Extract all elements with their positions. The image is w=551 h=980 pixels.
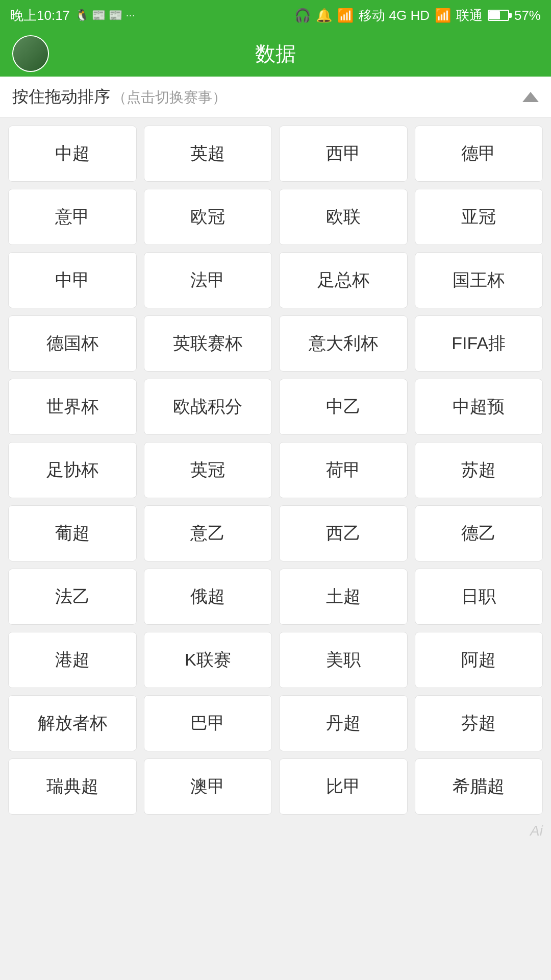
league-item-label: 解放者杯 — [38, 712, 107, 735]
chevron-up-icon[interactable] — [522, 92, 539, 102]
league-item[interactable]: 西甲 — [279, 126, 408, 182]
league-item-label: 中超预 — [453, 395, 505, 419]
league-item[interactable]: 阿超 — [415, 632, 543, 688]
league-item[interactable]: 英超 — [144, 126, 272, 182]
battery-percent: 57% — [514, 8, 541, 23]
league-item[interactable]: 巴甲 — [144, 695, 272, 751]
league-item-label: 意乙 — [190, 522, 225, 545]
watermark-text: Ai — [530, 823, 543, 839]
league-item-label: 亚冠 — [461, 205, 496, 229]
league-item[interactable]: 美职 — [279, 632, 408, 688]
league-item-label: 巴甲 — [190, 712, 225, 735]
notification-icons: 🐧 📰 📰 ··· — [75, 9, 135, 22]
league-item[interactable]: FIFA排 — [415, 315, 543, 372]
league-item[interactable]: 意乙 — [144, 505, 272, 561]
league-item[interactable]: 中甲 — [8, 252, 137, 308]
wifi-icon: 📶 — [337, 8, 354, 23]
league-item-label: 德国杯 — [46, 332, 98, 355]
league-item-label: 美职 — [326, 648, 361, 672]
league-item-label: 俄超 — [190, 585, 225, 608]
league-item-label: 英联赛杯 — [173, 332, 242, 355]
league-item[interactable]: 世界杯 — [8, 379, 137, 435]
league-item-label: 苏超 — [461, 458, 496, 482]
league-item[interactable]: 芬超 — [415, 695, 543, 751]
league-item-label: 希腊超 — [453, 775, 505, 798]
league-item[interactable]: 中超 — [8, 126, 137, 182]
status-left: 晚上10:17 🐧 📰 📰 ··· — [10, 7, 135, 24]
league-item-label: 荷甲 — [326, 458, 361, 482]
league-item-label: 瑞典超 — [46, 775, 98, 798]
league-item-label: 国王杯 — [453, 268, 505, 292]
carrier-name: 联通 — [456, 7, 483, 24]
league-item-label: 足协杯 — [46, 458, 98, 482]
grid-container: 中超英超西甲德甲意甲欧冠欧联亚冠中甲法甲足总杯国王杯德国杯英联赛杯意大利杯FIF… — [0, 117, 551, 823]
league-item[interactable]: 足协杯 — [8, 442, 137, 498]
league-item[interactable]: 国王杯 — [415, 252, 543, 308]
league-item[interactable]: 澳甲 — [144, 758, 272, 815]
league-item-label: 欧冠 — [190, 205, 225, 229]
app-header: 数据 — [0, 31, 551, 77]
headphone-icon: 🎧 — [294, 8, 311, 23]
league-item-label: 丹超 — [326, 712, 361, 735]
league-item-label: 西乙 — [326, 522, 361, 545]
league-item[interactable]: 港超 — [8, 632, 137, 688]
league-item[interactable]: 中乙 — [279, 379, 408, 435]
sort-header[interactable]: 按住拖动排序 （点击切换赛事） — [0, 77, 551, 117]
league-item[interactable]: 土超 — [279, 569, 408, 625]
league-item[interactable]: K联赛 — [144, 632, 272, 688]
signal-icon: 移动 4G HD — [359, 7, 430, 24]
league-item[interactable]: 德国杯 — [8, 315, 137, 372]
league-item[interactable]: 意甲 — [8, 189, 137, 245]
status-bar: 晚上10:17 🐧 📰 📰 ··· 🎧 🔔 📶 移动 4G HD 📶 联通 57… — [0, 0, 551, 31]
alarm-icon: 🔔 — [316, 8, 332, 23]
league-item-label: 德乙 — [461, 522, 496, 545]
league-item[interactable]: 西乙 — [279, 505, 408, 561]
league-item[interactable]: 葡超 — [8, 505, 137, 561]
league-item[interactable]: 丹超 — [279, 695, 408, 751]
league-item[interactable]: 德甲 — [415, 126, 543, 182]
league-item[interactable]: 苏超 — [415, 442, 543, 498]
league-item[interactable]: 亚冠 — [415, 189, 543, 245]
league-item-label: 足总杯 — [317, 268, 369, 292]
league-item[interactable]: 俄超 — [144, 569, 272, 625]
page-title: 数据 — [255, 40, 296, 68]
league-item[interactable]: 解放者杯 — [8, 695, 137, 751]
league-item-label: 法乙 — [55, 585, 90, 608]
league-item[interactable]: 中超预 — [415, 379, 543, 435]
league-item-label: 中超 — [55, 142, 90, 165]
league-item[interactable]: 比甲 — [279, 758, 408, 815]
sort-header-text: 按住拖动排序 （点击切换赛事） — [12, 86, 227, 108]
league-item-label: 比甲 — [326, 775, 361, 798]
league-item[interactable]: 法乙 — [8, 569, 137, 625]
league-item[interactable]: 足总杯 — [279, 252, 408, 308]
league-item-label: 中乙 — [326, 395, 361, 419]
league-item[interactable]: 瑞典超 — [8, 758, 137, 815]
league-item[interactable]: 英冠 — [144, 442, 272, 498]
sort-sub-text: （点击切换赛事） — [112, 89, 227, 105]
status-right: 🎧 🔔 📶 移动 4G HD 📶 联通 57% — [294, 7, 541, 24]
league-item[interactable]: 欧战积分 — [144, 379, 272, 435]
league-item-label: 法甲 — [190, 268, 225, 292]
league-item[interactable]: 法甲 — [144, 252, 272, 308]
battery-indicator — [488, 10, 509, 21]
avatar-image — [13, 36, 48, 71]
league-item[interactable]: 意大利杯 — [279, 315, 408, 372]
avatar[interactable] — [12, 35, 49, 72]
league-item-label: 意甲 — [55, 205, 90, 229]
league-item-label: 澳甲 — [190, 775, 225, 798]
league-item[interactable]: 欧冠 — [144, 189, 272, 245]
league-item[interactable]: 欧联 — [279, 189, 408, 245]
league-item[interactable]: 荷甲 — [279, 442, 408, 498]
league-item-label: 阿超 — [461, 648, 496, 672]
carrier-signal: 📶 — [435, 8, 451, 23]
league-item-label: 葡超 — [55, 522, 90, 545]
league-item-label: 意大利杯 — [309, 332, 378, 355]
league-item-label: 德甲 — [461, 142, 496, 165]
league-item-label: 欧战积分 — [173, 395, 242, 419]
league-item[interactable]: 日职 — [415, 569, 543, 625]
league-item[interactable]: 英联赛杯 — [144, 315, 272, 372]
league-item-label: 中甲 — [55, 268, 90, 292]
league-item-label: 欧联 — [326, 205, 361, 229]
league-item[interactable]: 德乙 — [415, 505, 543, 561]
league-item[interactable]: 希腊超 — [415, 758, 543, 815]
